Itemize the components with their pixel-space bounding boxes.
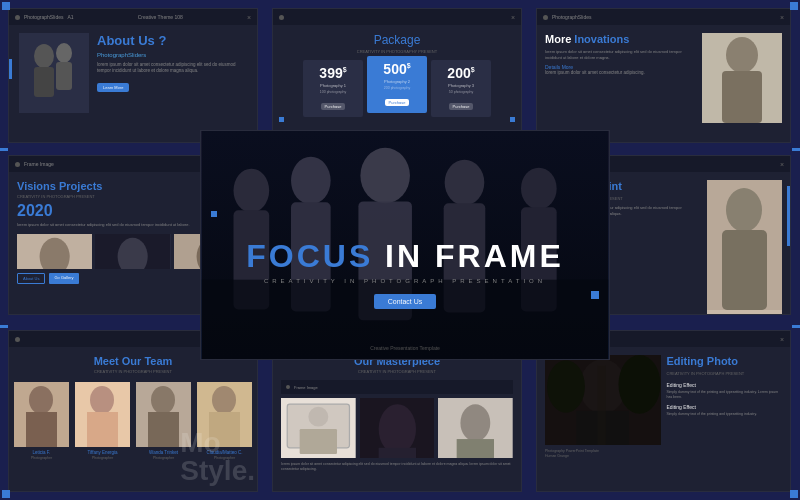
- innovations-text: More Inovations lorem ipsum dolor sit am…: [545, 33, 694, 123]
- master-inner-title: Frame Image: [294, 385, 318, 390]
- svg-rect-53: [457, 439, 494, 458]
- slide-header-dot: [15, 15, 20, 20]
- svg-rect-31: [722, 230, 767, 310]
- masterpiece-content: Our Masterpiece CREATIVITY IN PHOTOGRAPH…: [273, 347, 521, 480]
- pkg-btn-3[interactable]: Purchase: [449, 103, 474, 110]
- proj-img-1: [17, 234, 92, 269]
- corner-dot-tl: [2, 2, 10, 10]
- svg-point-11: [291, 157, 331, 205]
- proj-dot: [15, 162, 20, 167]
- about-title: About Us ?: [97, 33, 247, 48]
- innovations-content: More Inovations lorem ipsum dolor sit am…: [537, 25, 790, 131]
- go-gallery-button[interactable]: Go Gallery: [49, 273, 78, 284]
- editing-title-blue: Photo: [707, 355, 738, 367]
- slide-innovations: PhotographSlides × More Inovations lorem…: [536, 8, 791, 143]
- inno-header-title: PhotographSlides: [552, 14, 591, 20]
- master-img-1: [281, 398, 356, 458]
- mid-left-accent-h: [0, 148, 8, 151]
- editing-close-icon[interactable]: ×: [780, 336, 784, 343]
- editing-section1-title: Editing Effect: [667, 382, 783, 388]
- svg-point-15: [445, 160, 485, 206]
- proj-header-title: Frame Image: [24, 161, 54, 167]
- package-card-3: 200$ Photography 3 50 photography Purcha…: [431, 60, 491, 117]
- corner-dot-bl: [2, 490, 10, 498]
- innovations-body: lorem ipsum dolor sit amet consectetur a…: [545, 49, 694, 60]
- team-member-2: Tiffany Energia Photographer: [75, 382, 130, 460]
- svg-rect-37: [87, 412, 118, 447]
- member-photo-2: [75, 382, 130, 447]
- member-name-1: Leticia F.: [14, 450, 69, 455]
- lower-right-accent-h: [792, 325, 800, 328]
- svg-point-6: [726, 37, 758, 73]
- proj-header-left: Frame Image: [15, 161, 54, 167]
- innovations-header: PhotographSlides ×: [537, 9, 790, 25]
- pkg-accent-right: [510, 117, 515, 122]
- svg-point-1: [34, 44, 54, 68]
- inno-header-left: PhotographSlides: [543, 14, 591, 20]
- svg-point-39: [151, 386, 175, 414]
- slide-header-right: Creative Theme 108: [138, 14, 183, 20]
- corner-text-line1: Mo: [180, 429, 255, 457]
- innovations-image: [702, 33, 782, 123]
- corner-dot-br: [790, 490, 798, 498]
- pkg-close-icon[interactable]: ×: [511, 14, 515, 21]
- masterpiece-subtitle: CREATIVITY IN PHOTOGRAPH PRESENT: [281, 369, 513, 374]
- about-subtitle: PhotographSliders: [97, 52, 247, 58]
- pkg-name-3: Photography 3: [436, 83, 486, 88]
- inno-dot: [543, 15, 548, 20]
- pkg-name-1: Photography 1: [308, 83, 358, 88]
- package-card-1: 399$ Photography 1 100 photography Purch…: [303, 60, 363, 117]
- about-body: lorem ipsum dolor sit amet consectetur a…: [97, 62, 247, 75]
- hero-title-blue: FOCUS: [246, 238, 373, 274]
- team-member-1: Leticia F. Photographer: [14, 382, 69, 460]
- editing-section2-body: Simply dummy text of the printing and ty…: [667, 412, 783, 417]
- innovations-title: More Inovations: [545, 33, 694, 45]
- slide-hero: FOCUS IN FRAME CREATIVITY IN PHOTOGRAPH …: [200, 130, 610, 360]
- editing-title-white: Editing: [667, 355, 704, 367]
- projects-title-blue: Visions: [17, 180, 56, 192]
- editing-left: Photography PowerPoint Template Human Gr…: [545, 355, 661, 459]
- pkg-btn-2[interactable]: Purchase: [385, 99, 410, 106]
- about-image: [19, 33, 89, 113]
- editing-right: Editing Photo CREATIVITY IN PHOTOGRAPH P…: [667, 355, 783, 459]
- master-img-3: [438, 398, 513, 458]
- pkg-btn-1[interactable]: Purchase: [321, 103, 346, 110]
- svg-point-30: [726, 188, 762, 232]
- hero-tagline: CREATIVITY IN PHOTOGRAPH PRESENTATION: [201, 278, 609, 284]
- hero-contact-button[interactable]: Contact Us: [374, 294, 437, 309]
- masterpiece-images: [281, 398, 513, 458]
- pkg-price-2: 500$: [372, 61, 422, 77]
- team-title-white: Meet Our: [94, 355, 142, 367]
- pkg-header-left: [279, 15, 284, 20]
- hero-main-title: FOCUS IN FRAME: [201, 238, 609, 275]
- close-icon[interactable]: ×: [247, 14, 251, 21]
- master-inner-dot: [286, 385, 290, 389]
- pkg-price-3: 200$: [436, 65, 486, 81]
- hero-accent-1: [211, 211, 217, 217]
- inno-close-icon[interactable]: ×: [780, 14, 784, 21]
- projects-title-white: Projects: [59, 180, 102, 192]
- point-close-icon[interactable]: ×: [780, 161, 784, 168]
- about-us-button[interactable]: About Us: [17, 273, 45, 284]
- svg-point-52: [461, 404, 491, 441]
- editing-section2-title: Editing Effect: [667, 404, 783, 410]
- about-learn-more-button[interactable]: Learn More: [97, 83, 129, 92]
- masterpiece-body: lorem ipsum dolor sit amet consectetur a…: [281, 462, 513, 472]
- corner-text-line2: Style.: [180, 457, 255, 485]
- editing-footer-text: Photography PowerPoint Template Human Gr…: [545, 449, 661, 459]
- svg-point-13: [360, 148, 410, 204]
- svg-rect-60: [598, 366, 606, 446]
- team-subtitle: CREATIVITY IN PHOTOGRAPH PRESENT: [17, 369, 249, 374]
- corner-watermark: Mo Style.: [180, 429, 255, 485]
- member-role-2: Photographer: [75, 456, 130, 460]
- member-role-1: Photographer: [14, 456, 69, 460]
- pkg-feature-1: 100 photography: [308, 90, 358, 94]
- slide-about-header: PhotographSlides A1 Creative Theme 108 ×: [9, 9, 257, 25]
- svg-rect-40: [148, 412, 179, 447]
- svg-point-49: [378, 404, 415, 454]
- svg-point-9: [234, 169, 270, 213]
- editing-subtitle: CREATIVITY IN PHOTOGRAPH PRESENT: [667, 371, 783, 376]
- svg-point-42: [212, 386, 236, 414]
- svg-rect-7: [722, 71, 762, 123]
- package-title: Package: [281, 33, 513, 47]
